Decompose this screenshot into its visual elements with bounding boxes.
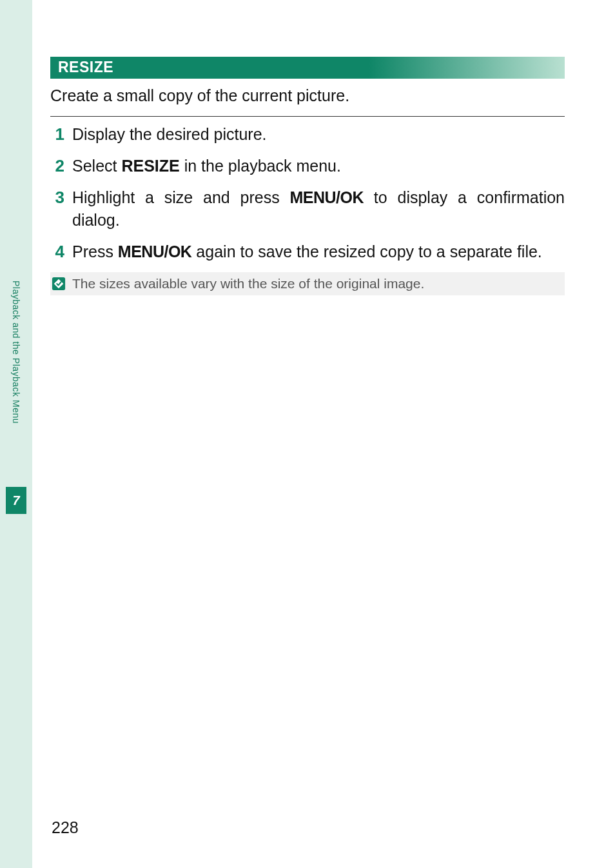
page-content: RESIZE Create a small copy of the curren… [32, 0, 615, 868]
side-chapter-badge: 7 [6, 487, 26, 514]
side-rail: Playback and the Playback Menu 7 [0, 0, 32, 868]
step-item: 4Press MENU/OK again to save the resized… [50, 241, 565, 263]
note-box: The sizes available vary with the size o… [50, 272, 565, 295]
page-number: 228 [52, 818, 79, 837]
step-text: Select RESIZE in the playback menu. [72, 155, 565, 177]
divider [50, 116, 565, 117]
note-icon [52, 277, 66, 291]
note-text: The sizes available vary with the size o… [72, 276, 424, 291]
step-text: Highlight a size and press MENU/OK to di… [72, 186, 565, 232]
step-item: 1Display the desired picture. [50, 123, 565, 146]
side-section-label: Playback and the Playback Menu [11, 281, 21, 424]
step-text: Display the desired picture. [72, 123, 565, 146]
step-number: 2 [50, 156, 72, 176]
step-number: 3 [50, 188, 72, 208]
section-title: RESIZE [50, 57, 565, 79]
steps-list: 1Display the desired picture.2Select RES… [50, 123, 565, 263]
step-item: 2Select RESIZE in the playback menu. [50, 155, 565, 177]
step-number: 4 [50, 242, 72, 262]
section-intro: Create a small copy of the current pictu… [50, 85, 565, 107]
step-item: 3Highlight a size and press MENU/OK to d… [50, 186, 565, 232]
step-text: Press MENU/OK again to save the resized … [72, 241, 565, 263]
step-number: 1 [50, 124, 72, 144]
